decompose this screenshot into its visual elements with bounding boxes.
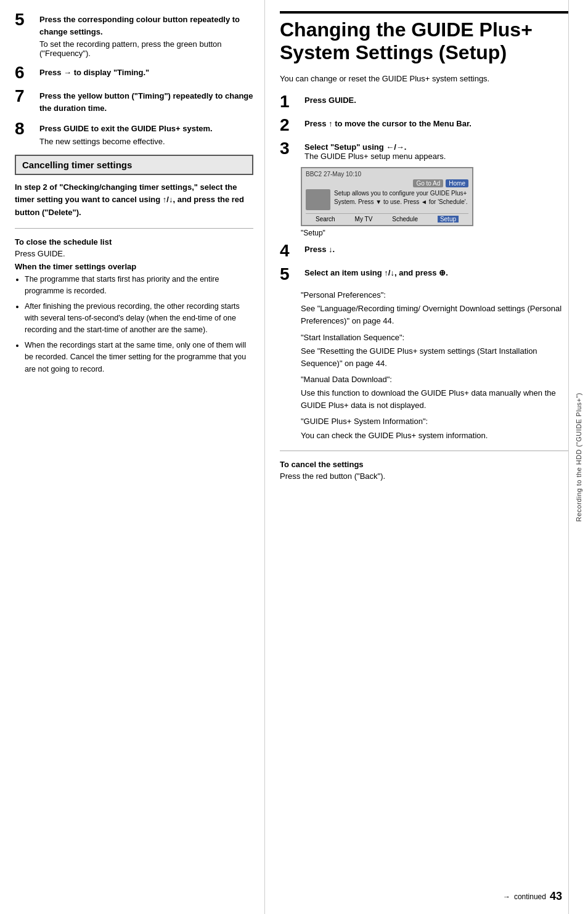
screen-btn-setup: Setup [438, 216, 459, 222]
right-step-2-content: Press ↑ to move the cursor to the Menu B… [304, 116, 573, 128]
overlap-bullets: The programme that starts first has prio… [15, 274, 253, 375]
right-step-1: 1 Press GUIDE. [280, 93, 573, 110]
screen-body: Setup allows you to configure your GUIDE… [306, 189, 468, 210]
right-step-5: 5 Select an item using ↑/↓, and press ⊕. [280, 266, 573, 283]
bullet-2: After finishing the previous recording, … [25, 301, 253, 337]
step-5-bold: Press the corresponding colour button re… [39, 15, 240, 36]
close-schedule-heading: To close the schedule list [15, 237, 253, 247]
overlap-heading: When the timer settings overlap [15, 262, 253, 271]
screen-simulation: BBC2 27-May 10:10 Go to Ad Home Setup al… [301, 167, 473, 226]
right-step-5-bold: Select an item using ↑/↓, and press ⊕. [304, 268, 448, 277]
right-step-4-bold: Press ↓. [304, 245, 335, 254]
screen-body-text: Setup allows you to configure your GUIDE… [334, 189, 468, 206]
cancelling-section-box: Cancelling timer settings [15, 155, 253, 175]
right-step-num-5: 5 [280, 266, 301, 283]
desc-7: You can check the GUIDE Plus+ system inf… [301, 430, 573, 442]
desc-0: "Personal Preferences": [301, 289, 573, 301]
screen-caption: "Setup" [301, 229, 573, 237]
screen-bottom-bar: Search My TV Schedule Setup [306, 213, 468, 222]
bullet-1: The programme that starts first has prio… [25, 274, 253, 298]
desc-5: Use this function to download the GUIDE … [301, 387, 573, 412]
to-cancel-text: Press the red button ("Back"). [280, 471, 573, 481]
screen-btn-home: Home [446, 179, 468, 187]
cancelling-body-text: In step 2 of "Checking/changing timer se… [15, 181, 253, 219]
right-step-num-2: 2 [280, 116, 301, 134]
step-number-5: 5 [15, 11, 36, 28]
step-7-bold: Press the yellow button ("Timing") repea… [39, 91, 253, 113]
right-arrow-icon: → [503, 892, 510, 901]
to-cancel-heading: To cancel the settings [280, 460, 573, 469]
screen-top-info: BBC2 27-May 10:10 [306, 171, 468, 177]
continued-block: → continued 43 [503, 890, 562, 903]
right-step-num-3: 3 [280, 140, 301, 157]
desc-4: "Manual Data Download": [301, 373, 573, 386]
descriptions-block: "Personal Preferences": See "Language/Re… [301, 289, 573, 442]
right-step-4-content: Press ↓. [304, 242, 573, 254]
screen-top-bar: Go to Ad Home [306, 179, 468, 187]
screen-btn-search: Search [316, 216, 335, 222]
right-step-1-bold: Press GUIDE. [304, 96, 356, 105]
page-title: Changing the GUIDE Plus+ System Settings… [280, 11, 573, 64]
step-6: 6 Press → to display "Timing." [15, 64, 253, 81]
step-6-bold: Press → to display "Timing." [39, 68, 149, 77]
step-5-content: Press the corresponding colour button re… [39, 11, 253, 58]
desc-3: See "Resetting the GUIDE Plus+ system se… [301, 345, 573, 370]
intro-text: You can change or reset the GUIDE Plus+ … [280, 73, 573, 85]
screen-btn-mytv: My TV [355, 216, 373, 222]
step-7: 7 Press the yellow button ("Timing") rep… [15, 88, 253, 114]
right-step-3-bold: Select "Setup" using ←/→. [304, 142, 406, 152]
step-number-6: 6 [15, 64, 36, 81]
sidebar: Recording to the HDD ("GUIDE Plus+") [568, 0, 588, 914]
right-step-3: 3 Select "Setup" using ←/→. The GUIDE Pl… [280, 140, 573, 161]
divider-right [280, 451, 573, 451]
desc-1: See "Language/Recording timing/ Overnigh… [301, 303, 573, 327]
right-step-3-content: Select "Setup" using ←/→. The GUIDE Plus… [304, 140, 573, 161]
screen-btn-go-to-ad: Go to Ad [413, 179, 443, 187]
step-7-content: Press the yellow button ("Timing") repea… [39, 88, 253, 114]
right-step-4: 4 Press ↓. [280, 242, 573, 259]
right-step-num-4: 4 [280, 242, 301, 259]
step-8-bold: Press GUIDE to exit the GUIDE Plus+ syst… [39, 124, 213, 133]
cancelling-section-title: Cancelling timer settings [22, 160, 132, 170]
desc-6: "GUIDE Plus+ System Information": [301, 415, 573, 428]
right-step-num-1: 1 [280, 93, 301, 110]
right-step-2: 2 Press ↑ to move the cursor to the Menu… [280, 116, 573, 134]
screen-tv-icon [306, 189, 330, 210]
step-8-content: Press GUIDE to exit the GUIDE Plus+ syst… [39, 120, 253, 146]
left-column: 5 Press the corresponding colour button … [0, 0, 265, 914]
step-8: 8 Press GUIDE to exit the GUIDE Plus+ sy… [15, 120, 253, 146]
bullet-3: When the recordings start at the same ti… [25, 340, 253, 375]
right-step-5-content: Select an item using ↑/↓, and press ⊕. [304, 266, 573, 277]
divider-1 [15, 228, 253, 229]
step-6-content: Press → to display "Timing." [39, 64, 253, 79]
screen-btn-schedule: Schedule [392, 216, 418, 222]
desc-2: "Start Installation Sequence": [301, 332, 573, 344]
step-5-normal: To set the recording pattern, press the … [39, 39, 253, 58]
right-column: Changing the GUIDE Plus+ System Settings… [265, 0, 588, 914]
right-step-1-content: Press GUIDE. [304, 93, 573, 105]
step-8-normal: The new settings become effective. [39, 137, 253, 146]
step-number-8: 8 [15, 120, 36, 137]
cancelling-section-body: In step 2 of "Checking/changing timer se… [15, 181, 253, 219]
continued-label: continued [514, 892, 546, 901]
step-5: 5 Press the corresponding colour button … [15, 11, 253, 58]
step-number-7: 7 [15, 88, 36, 105]
sidebar-text: Recording to the HDD ("GUIDE Plus+") [575, 393, 582, 522]
close-schedule-para: Press GUIDE. [15, 249, 253, 258]
right-step-3-normal: The GUIDE Plus+ setup menu appears. [304, 152, 573, 161]
page-number: 43 [550, 890, 562, 903]
right-step-2-bold: Press ↑ to move the cursor to the Menu B… [304, 119, 472, 128]
to-cancel-section: To cancel the settings Press the red but… [280, 460, 573, 481]
